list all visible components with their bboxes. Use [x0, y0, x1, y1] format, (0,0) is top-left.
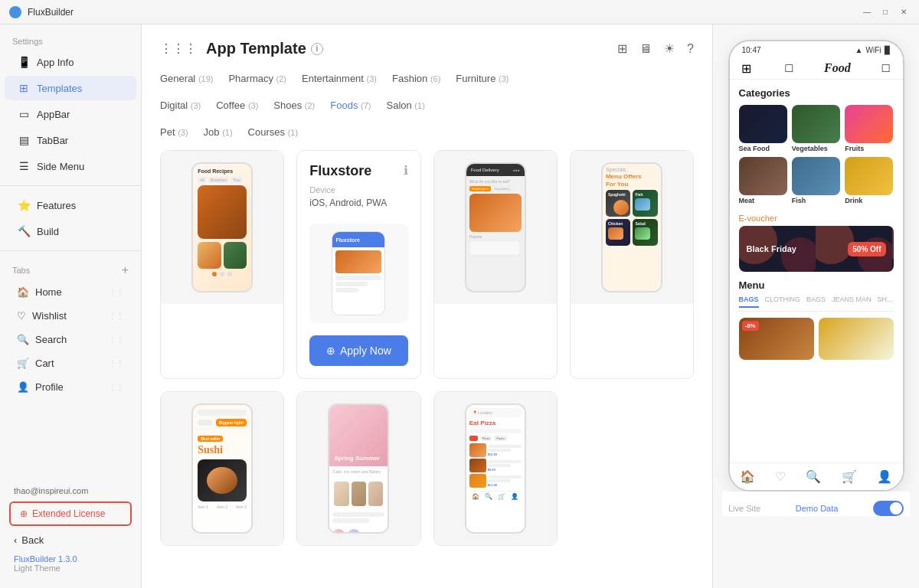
sidebar-tab-cart[interactable]: 🛒 Cart ⋮⋮ [5, 352, 136, 374]
side-menu-label: Side Menu [37, 161, 84, 172]
menu-tab-clothing[interactable]: CLOTHING [765, 296, 801, 308]
phone-home-icon[interactable]: 🏠 [740, 469, 755, 484]
sun-icon[interactable]: ☀ [664, 41, 675, 56]
phone-grid-icon[interactable]: ⊞ [739, 60, 754, 76]
monitor-icon[interactable]: 🖥 [639, 42, 652, 56]
menu-tab-bags-1[interactable]: BAGS [739, 296, 759, 308]
template-card-fluxstore[interactable]: Fluxstore ℹ Device iOS, Android, PWA Flu… [296, 150, 420, 379]
grid-view-icon[interactable]: ⋮⋮⋮ [160, 41, 197, 56]
help-icon[interactable]: ? [687, 42, 694, 56]
back-button[interactable]: ‹ Back [9, 529, 132, 551]
settings-section-label: Settings [0, 31, 141, 49]
phone-nav-icon-right[interactable]: □ [878, 60, 893, 76]
app-body: Settings 📱 App Info ⊞ Templates ▭ AppBar… [0, 24, 919, 588]
menu-tab-bags-2[interactable]: BAGS [806, 296, 826, 308]
menu-tab-more[interactable]: SH... [878, 296, 893, 308]
version-name: FluxBuilder 1.3.0 [14, 554, 127, 564]
header-actions: ⊞ 🖥 ☀ ? [617, 41, 694, 56]
product-card-1[interactable]: -8% [739, 318, 814, 360]
cat-vegetables[interactable]: Vegetables [792, 105, 840, 152]
user-email: thao@inspireui.com [9, 483, 132, 498]
cat-courses[interactable]: Courses (1) [248, 126, 298, 138]
cat-fish[interactable]: Fish [792, 157, 840, 204]
template-card-spring-summer[interactable]: Spring Summer Cake, Ice cream and Bakery [296, 391, 420, 546]
qr-icon[interactable]: ⊞ [617, 41, 627, 56]
page-info-icon[interactable]: i [311, 43, 323, 55]
extended-license-button[interactable]: ⊕ Extended License [9, 501, 132, 526]
cat-coffee[interactable]: Coffee (3) [216, 100, 258, 111]
cat-digital[interactable]: Digital (3) [160, 100, 201, 111]
phone-wishlist-icon[interactable]: ♡ [775, 469, 786, 484]
cat-entertainment[interactable]: Entertainment (3) [302, 73, 377, 84]
wishlist-icon: ♡ [17, 310, 26, 322]
appbar-icon: ▭ [17, 107, 31, 121]
apply-now-label: Apply Now [340, 345, 391, 357]
titlebar-controls[interactable]: — □ ✕ [861, 6, 910, 18]
sidebar-item-tabbar[interactable]: ▤ TabBar [5, 128, 136, 152]
vegetables-name: Vegetables [792, 145, 840, 152]
search-drag-handle[interactable]: ⋮⋮ [109, 335, 124, 344]
phone-food-title: Food [824, 61, 851, 75]
template-card-eat-pizza[interactable]: 📍 Location Eat Pizza 🔴 Pizza Pasta [433, 391, 558, 546]
fish-name: Fish [792, 197, 840, 204]
sidebar-item-app-info[interactable]: 📱 App Info [5, 50, 136, 74]
off-badge: 50% Off [848, 242, 885, 256]
cat-pet[interactable]: Pet (3) [160, 126, 188, 138]
cat-furniture[interactable]: Furniture (3) [456, 73, 509, 84]
profile-drag-handle[interactable]: ⋮⋮ [109, 383, 124, 391]
fruits-name: Fruits [845, 145, 893, 152]
cat-salon[interactable]: Salon (1) [386, 100, 424, 111]
tab-profile-left: 👤 Profile [17, 381, 64, 393]
home-drag-handle[interactable]: ⋮⋮ [109, 288, 124, 296]
maximize-button[interactable]: □ [879, 6, 891, 18]
cat-shoes[interactable]: Shoes (2) [273, 100, 315, 111]
phone-box-icon[interactable]: □ [781, 60, 796, 76]
template-card-specials[interactable]: Specials. Menu OffersFor You Spaghetti F… [570, 150, 694, 379]
menu-section: Menu BAGS CLOTHING BAGS JEANS MAN SH... … [739, 279, 894, 360]
template-card-food-recipes[interactable]: Food Recipes All Breakfast Thai [160, 150, 284, 379]
fluxstore-info-icon[interactable]: ℹ [404, 163, 408, 178]
food-recipes-preview: Food Recipes All Breakfast Thai [161, 151, 283, 304]
sidebar-item-templates[interactable]: ⊞ Templates [5, 76, 136, 100]
phone-content: Categories Sea Food Vegetables Fruits [730, 80, 903, 462]
phone-search-icon[interactable]: 🔍 [806, 469, 821, 484]
minimize-button[interactable]: — [861, 6, 873, 18]
cart-drag-handle[interactable]: ⋮⋮ [109, 359, 124, 368]
apply-now-button[interactable]: ⊕ Apply Now [309, 335, 407, 366]
sidebar-item-features[interactable]: ⭐ Features [5, 193, 136, 217]
titlebar: FluxBuilder — □ ✕ [0, 0, 919, 24]
evoucher-card[interactable]: Black Friday 50% Off [739, 226, 894, 272]
cat-meat[interactable]: Meat [739, 157, 787, 204]
cat-fashion[interactable]: Fashion (6) [392, 73, 440, 84]
phone-cart-icon[interactable]: 🛒 [842, 469, 857, 484]
wishlist-drag-handle[interactable]: ⋮⋮ [109, 312, 124, 320]
close-button[interactable]: ✕ [898, 6, 910, 18]
sidebar-item-appbar[interactable]: ▭ AppBar [5, 102, 136, 126]
extended-license-label: Extended License [32, 508, 105, 519]
spring-summer-preview: Spring Summer Cake, Ice cream and Bakery [297, 392, 420, 545]
cat-job[interactable]: Job (1) [204, 126, 233, 138]
tab-wishlist-left: ♡ Wishlist [17, 310, 67, 322]
sidebar-tab-wishlist[interactable]: ♡ Wishlist ⋮⋮ [5, 305, 136, 327]
add-tab-button[interactable]: + [122, 263, 129, 277]
cat-seafood[interactable]: Sea Food [739, 105, 787, 152]
phone-profile-icon[interactable]: 👤 [877, 469, 892, 484]
sidebar-tab-profile[interactable]: 👤 Profile ⋮⋮ [5, 376, 136, 398]
drink-img [845, 157, 893, 195]
sidebar-tab-search[interactable]: 🔍 Search ⋮⋮ [5, 328, 136, 351]
demo-data-toggle[interactable] [873, 501, 904, 516]
menu-tab-jeans[interactable]: JEANS MAN [832, 296, 872, 308]
cat-pharmacy[interactable]: Pharmacy (2) [228, 73, 286, 84]
sidebar-item-side-menu[interactable]: ☰ Side Menu [5, 154, 136, 178]
build-icon: 🔨 [17, 224, 31, 238]
template-card-sushi[interactable]: Biggest right! Best seller Sushi Item 1I… [160, 391, 284, 546]
cat-drink[interactable]: Drink [845, 157, 893, 204]
template-card-food-delivery[interactable]: Food Delivery ●●● What do you like to ea… [433, 150, 558, 379]
fish-img [792, 157, 840, 195]
cat-fruits[interactable]: Fruits [845, 105, 893, 152]
sidebar-item-build[interactable]: 🔨 Build [5, 219, 136, 243]
sidebar-tab-home[interactable]: 🏠 Home ⋮⋮ [5, 281, 136, 303]
product-card-2[interactable] [819, 318, 894, 360]
cat-foods[interactable]: Foods (7) [330, 100, 371, 111]
cat-general[interactable]: General (19) [160, 73, 213, 84]
